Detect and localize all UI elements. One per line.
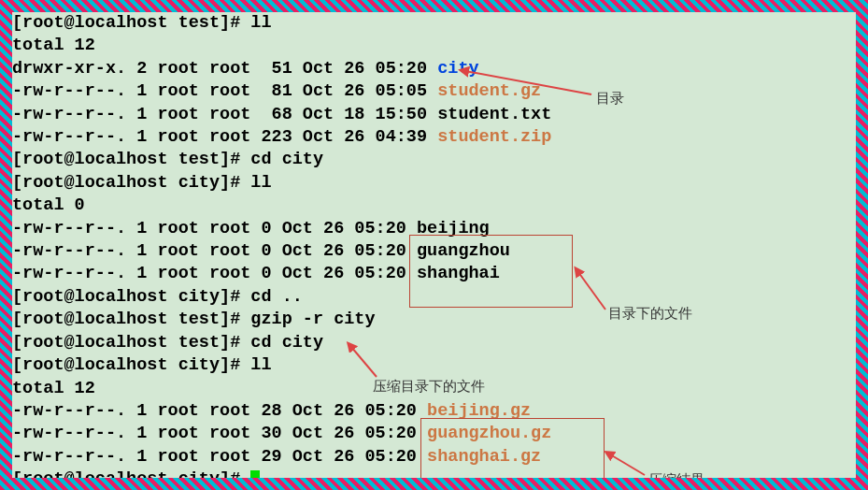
terminal-line: total 12	[12, 35, 856, 57]
prompt: [root@localhost city]#	[12, 173, 250, 193]
highlight-box-city-files	[409, 235, 573, 308]
output-text: -rw-r--r--. 1 root root 0 Oct 26 05:20	[12, 241, 417, 261]
command-text: ll	[250, 173, 271, 193]
output-text: -rw-r--r--. 1 root root 0 Oct 26 05:20	[12, 264, 417, 283]
command-text: ll	[250, 355, 271, 375]
annotation-files-in-dir: 目录下的文件	[608, 304, 692, 323]
prompt: [root@localhost test]#	[12, 150, 250, 169]
output-text: -rw-r--r--. 1 root root 68 Oct 18 15:50	[12, 105, 437, 124]
output-text: total 12	[12, 379, 95, 398]
output-text: total 12	[12, 36, 95, 55]
annotation-compress-files: 压缩目录下的文件	[373, 377, 485, 396]
terminal-line: [root@localhost test]# ll	[12, 12, 856, 35]
output-text: -rw-r--r--. 1 root root 0 Oct 26 05:20	[12, 219, 417, 238]
output-text: -rw-r--r--. 1 root root 223 Oct 26 04:39	[12, 127, 437, 147]
output-text: total 0	[12, 195, 85, 215]
terminal-line: -rw-r--r--. 1 root root 223 Oct 26 04:39…	[12, 126, 856, 149]
output-text: -rw-r--r--. 1 root root 29 Oct 26 05:20	[12, 447, 427, 467]
cursor	[250, 470, 260, 478]
annotation-compress-result: 压缩结果	[648, 470, 704, 478]
filename: student.txt	[437, 105, 551, 124]
terminal-line: -rw-r--r--. 1 root root 68 Oct 18 15:50 …	[12, 104, 856, 126]
terminal-line: [root@localhost city]# ll	[12, 172, 856, 195]
terminal-line: [root@localhost test]# cd city	[12, 149, 856, 171]
filename: student.zip	[437, 127, 551, 147]
command-text: ll	[250, 13, 271, 33]
prompt: [root@localhost city]#	[12, 469, 250, 478]
filename: student.gz	[437, 81, 541, 101]
output-text: -rw-r--r--. 1 root root 81 Oct 26 05:05	[12, 81, 437, 101]
prompt: [root@localhost test]#	[12, 310, 250, 329]
terminal-line: -rw-r--r--. 1 root root 81 Oct 26 05:05 …	[12, 80, 856, 103]
command-text: cd city	[250, 333, 323, 353]
terminal-window[interactable]: [root@localhost test]# lltotal 12drwxr-x…	[12, 12, 856, 478]
output-text: -rw-r--r--. 1 root root 28 Oct 26 05:20	[12, 401, 427, 421]
prompt: [root@localhost test]#	[12, 333, 250, 353]
terminal-line: [root@localhost test]# gzip -r city	[12, 309, 856, 331]
output-text: drwxr-xr-x. 2 root root 51 Oct 26 05:20	[12, 59, 437, 79]
command-text: cd city	[250, 150, 323, 169]
terminal-line: total 0	[12, 195, 856, 217]
terminal-line: [root@localhost test]# cd city	[12, 332, 856, 354]
command-text: cd ..	[250, 287, 303, 307]
prompt: [root@localhost test]#	[12, 13, 250, 33]
prompt: [root@localhost city]#	[12, 287, 250, 307]
filename: city	[437, 59, 478, 79]
terminal-line: drwxr-xr-x. 2 root root 51 Oct 26 05:20 …	[12, 58, 856, 80]
highlight-box-gz-files	[420, 418, 605, 478]
terminal-line: [root@localhost city]# ll	[12, 354, 856, 377]
annotation-directory: 目录	[596, 89, 624, 108]
prompt: [root@localhost city]#	[12, 355, 250, 375]
output-text: -rw-r--r--. 1 root root 30 Oct 26 05:20	[12, 424, 427, 443]
command-text: gzip -r city	[250, 310, 375, 329]
